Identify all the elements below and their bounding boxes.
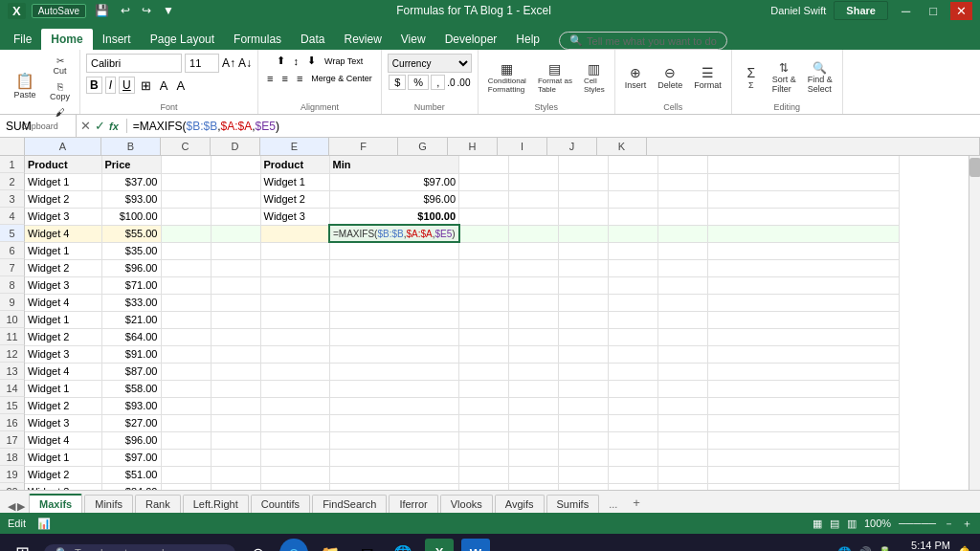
vertical-scrollbar[interactable] (969, 156, 980, 490)
sort-filter-button[interactable]: ⇅ Sort &Filter (768, 59, 800, 96)
cell-f1[interactable]: Min (329, 156, 459, 173)
cell-k7[interactable] (658, 259, 708, 276)
cell-g19[interactable] (459, 466, 509, 483)
tab-page-layout[interactable]: Page Layout (141, 29, 224, 50)
cell-f10[interactable] (329, 311, 459, 328)
cell-g6[interactable] (459, 242, 509, 259)
cell-b5[interactable]: $55.00 (101, 225, 161, 242)
cell-k16[interactable] (658, 414, 708, 431)
cell-j12[interactable] (609, 345, 658, 363)
cell-f13[interactable] (329, 363, 459, 380)
cell-k17[interactable] (658, 431, 708, 449)
cell-b10[interactable]: $21.00 (101, 311, 161, 328)
cell-h18[interactable] (509, 449, 559, 466)
cell-d2[interactable] (211, 173, 260, 190)
cell-e18[interactable] (260, 449, 329, 466)
taskbar-cortana-icon[interactable]: ⊙ (243, 539, 272, 551)
tab-help[interactable]: Help (506, 29, 549, 50)
align-center-icon[interactable]: ≡ (278, 72, 290, 85)
cell-h16[interactable] (509, 414, 559, 431)
cell-a15[interactable]: Widget 2 (25, 397, 101, 414)
cell-e7[interactable] (260, 259, 329, 276)
cell-c7[interactable] (161, 259, 211, 276)
col-header-b[interactable]: B (101, 138, 161, 155)
cell-c20[interactable] (161, 483, 211, 490)
tab-formulas[interactable]: Formulas (224, 29, 291, 50)
zoom-slider[interactable]: ───── (899, 518, 936, 529)
cell-b11[interactable]: $64.00 (101, 328, 161, 345)
cell-b7[interactable]: $96.00 (101, 259, 161, 276)
tab-view[interactable]: View (391, 29, 435, 50)
cell-a17[interactable]: Widget 4 (25, 431, 101, 449)
close-button[interactable]: ✕ (950, 2, 972, 20)
cell-j10[interactable] (609, 311, 658, 328)
cell-i7[interactable] (559, 259, 609, 276)
tab-next-icon[interactable]: ▶ (17, 500, 25, 513)
name-box[interactable]: SUM (0, 115, 77, 137)
customize-icon[interactable]: ▼ (160, 2, 177, 19)
cell-c18[interactable] (161, 449, 211, 466)
merge-center-button[interactable]: Merge & Center (308, 73, 375, 84)
cell-i8[interactable] (559, 276, 609, 294)
cell-k8[interactable] (658, 276, 708, 294)
cell-g2[interactable] (459, 173, 509, 190)
zoom-out-icon[interactable]: － (944, 517, 954, 531)
cell-h15[interactable] (509, 397, 559, 414)
cell-e11[interactable] (260, 328, 329, 345)
cell-h11[interactable] (509, 328, 559, 345)
more-sheets-button[interactable]: ... (601, 496, 625, 513)
cell-f12[interactable] (329, 345, 459, 363)
page-layout-view-icon[interactable]: ▤ (830, 518, 839, 530)
cell-b6[interactable]: $35.00 (101, 242, 161, 259)
cell-f5-formula[interactable]: =MAXIFS($B:$B,$A:$A,$E5) (329, 225, 459, 242)
cell-d5[interactable] (211, 225, 260, 242)
sheet-tab-countifs[interactable]: Countifs (251, 495, 310, 513)
cell-b15[interactable]: $93.00 (101, 397, 161, 414)
cell-b9[interactable]: $33.00 (101, 294, 161, 311)
cell-i4[interactable] (559, 208, 609, 225)
cell-a4[interactable]: Widget 3 (25, 208, 101, 225)
cell-d9[interactable] (211, 294, 260, 311)
cell-f9[interactable] (329, 294, 459, 311)
cell-f19[interactable] (329, 466, 459, 483)
increase-decimal-icon[interactable]: .0 (447, 77, 455, 88)
decrease-decimal-icon[interactable]: .00 (457, 77, 471, 88)
cell-h8[interactable] (509, 276, 559, 294)
sheet-tab-findsearch[interactable]: FindSearch (312, 495, 387, 513)
cell-c17[interactable] (161, 431, 211, 449)
cell-d11[interactable] (211, 328, 260, 345)
cell-i17[interactable] (559, 431, 609, 449)
cell-a13[interactable]: Widget 4 (25, 363, 101, 380)
format-as-table-button[interactable]: ▤ Format asTable (534, 59, 576, 96)
cell-i9[interactable] (559, 294, 609, 311)
cell-d18[interactable] (211, 449, 260, 466)
cell-j17[interactable] (609, 431, 658, 449)
cell-g13[interactable] (459, 363, 509, 380)
cell-c10[interactable] (161, 311, 211, 328)
maximize-button[interactable]: □ (924, 2, 943, 20)
cell-c13[interactable] (161, 363, 211, 380)
cell-g14[interactable] (459, 380, 509, 397)
cell-h3[interactable] (509, 190, 559, 208)
cell-h5[interactable] (509, 225, 559, 242)
cell-f6[interactable] (329, 242, 459, 259)
cell-g9[interactable] (459, 294, 509, 311)
align-bottom-icon[interactable]: ⬇ (304, 54, 319, 68)
cell-j18[interactable] (609, 449, 658, 466)
cell-c5[interactable] (161, 225, 211, 242)
cell-e4[interactable]: Widget 3 (260, 208, 329, 225)
cell-a9[interactable]: Widget 4 (25, 294, 101, 311)
cell-d6[interactable] (211, 242, 260, 259)
cell-g17[interactable] (459, 431, 509, 449)
cell-k20[interactable] (658, 483, 708, 490)
sheet-tab-rank[interactable]: Rank (135, 495, 181, 513)
sheet-tab-sumifs[interactable]: Sumifs (546, 495, 600, 513)
taskbar-mail-icon[interactable]: ✉ (352, 539, 381, 551)
paste-button[interactable]: 📋 Paste (6, 72, 44, 101)
cell-e20[interactable] (260, 483, 329, 490)
tab-file[interactable]: File (4, 29, 41, 50)
cell-a1[interactable]: Product (25, 156, 101, 173)
cell-b16[interactable]: $27.00 (101, 414, 161, 431)
cell-k2[interactable] (658, 173, 708, 190)
fill-color-icon[interactable]: A (157, 77, 171, 94)
